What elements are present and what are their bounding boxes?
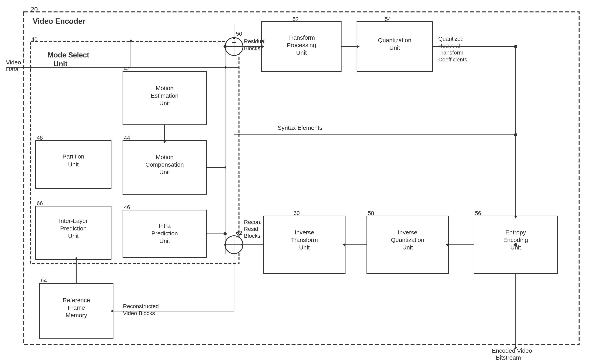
ref-66: 66	[37, 200, 43, 206]
entropy-label2: Encoding	[503, 237, 528, 243]
recon-label2: Resid.	[244, 226, 259, 232]
block-diagram-svg: 20 Video Encoder 40 Mode Select Unit 42 …	[0, 0, 592, 364]
arrow-down-arrowhead	[129, 39, 132, 42]
ref-44: 44	[124, 135, 130, 141]
video-data-label2: Data	[6, 66, 19, 72]
video-encoder-title: Video Encoder	[33, 17, 86, 25]
ref-frame-label1: Reference	[63, 297, 90, 303]
quant-label-line4: Coefficients	[438, 57, 467, 63]
diagram: 20 Video Encoder 40 Mode Select Unit 42 …	[0, 0, 592, 364]
ref-52: 52	[293, 16, 299, 22]
motion-comp-label2: Compensation	[145, 161, 184, 168]
mode-select-label2: Unit	[53, 60, 67, 68]
transform-label2: Processing	[287, 42, 316, 48]
quant-label-line3: Transform	[438, 50, 464, 56]
inv-transform-label3: Unit	[299, 244, 310, 251]
motion-estimation-label2: Estimation	[151, 92, 179, 99]
motion-estimation-label1: Motion	[156, 85, 173, 91]
summer-50-label: 50	[236, 31, 242, 37]
ref-54: 54	[385, 16, 391, 22]
inv-quant-label1: Inverse	[398, 229, 417, 236]
recon-label3: Blocks	[244, 233, 260, 239]
ref-frame-label2: Frame	[68, 304, 85, 311]
quant-label-line2: Residual	[438, 43, 460, 49]
ref-48: 48	[37, 135, 43, 141]
entropy-junction-dot	[514, 243, 517, 246]
intra-junction-dot	[224, 232, 227, 235]
encoded-label2: Bitstream	[496, 354, 521, 361]
ref-56: 56	[475, 210, 481, 216]
inv-transform-label1: Inverse	[295, 229, 314, 236]
intra-label1: Intra	[159, 222, 171, 229]
intra-label2: Prediction	[151, 230, 178, 237]
transform-label1: Transform	[288, 34, 315, 41]
residual-blocks-label2: Blocks	[244, 45, 260, 51]
ref-42: 42	[124, 65, 130, 72]
transform-label3: Unit	[296, 49, 307, 56]
partition-label1: Partition	[62, 153, 84, 160]
main-h-arrowhead	[225, 66, 228, 69]
ref-64: 64	[41, 277, 47, 284]
residual-blocks-label: Residual	[244, 38, 266, 44]
inv-quant-label3: Unit	[402, 244, 413, 251]
motion-comp-label3: Unit	[159, 169, 170, 175]
inter-layer-label3: Unit	[68, 233, 79, 239]
partition-label2: Unit	[68, 161, 79, 168]
entropy-label1: Entropy	[505, 229, 526, 236]
inter-layer-label1: Inter-Layer	[59, 218, 88, 224]
reconst-label2: Video Blocks	[123, 310, 155, 316]
quant-label1: Quantization	[378, 37, 411, 43]
quant-label-line1: Quantized	[438, 36, 464, 42]
ref-46: 46	[124, 204, 130, 210]
motion-estimation-label3: Unit	[159, 100, 170, 106]
ref-58: 58	[368, 210, 374, 216]
ref-60: 60	[293, 210, 300, 216]
syntax-elements-label: Syntax Elements	[278, 124, 322, 131]
reference-frame-box	[40, 283, 113, 339]
video-data-label1: Video	[6, 59, 21, 65]
ref-40: 40	[31, 36, 38, 42]
reconst-label1: Reconstructed	[123, 303, 159, 309]
summer-62-label: 62	[236, 230, 242, 236]
ref-20: 20	[31, 6, 38, 13]
mode-select-label: Mode Select	[48, 51, 89, 59]
motion-comp-label1: Motion	[156, 154, 173, 160]
ref-frame-label3: Memory	[66, 312, 87, 318]
inv-transform-label2: Transform	[291, 237, 318, 243]
quant-dot	[514, 45, 517, 48]
encoded-label1: Encoded Video	[492, 347, 532, 354]
recon-label1: Recon.	[244, 219, 262, 225]
inv-quant-label2: Quantization	[391, 237, 424, 243]
inter-layer-label2: Prediction	[60, 225, 86, 232]
quant-label2: Unit	[389, 44, 400, 51]
intra-label3: Unit	[159, 238, 170, 244]
